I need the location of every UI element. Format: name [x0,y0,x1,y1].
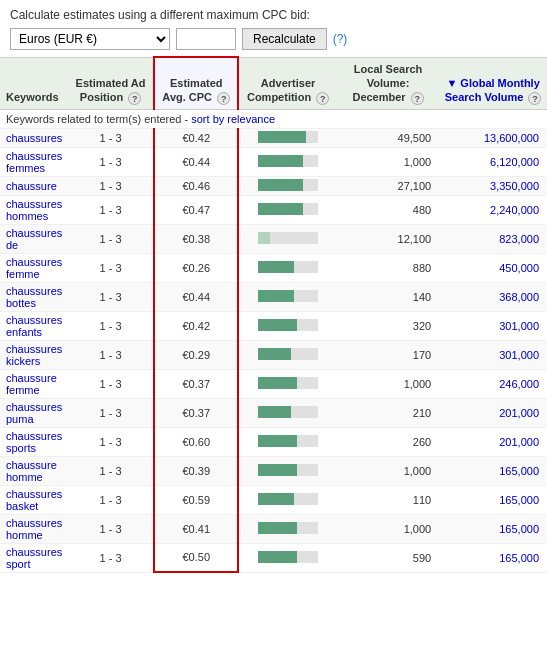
sort-by-relevance-link[interactable]: sort by relevance [191,113,275,125]
cpc-cell: €0.44 [154,147,238,176]
keyword-cell[interactable]: chaussures de [0,224,68,253]
local-search-cell: 12,100 [337,224,439,253]
keywords-table: Keywords Estimated Ad Position ? Estimat… [0,56,547,573]
global-search-cell[interactable]: 301,000 [439,340,547,369]
position-cell: 1 - 3 [68,456,154,485]
competition-bar-fill [258,348,291,360]
local-search-help-icon[interactable]: ? [411,92,424,105]
global-search-cell[interactable]: 165,000 [439,456,547,485]
keyword-cell[interactable]: chaussures hommes [0,195,68,224]
table-row: chaussures basket1 - 3€0.59110165,000 [0,485,547,514]
keyword-cell[interactable]: chaussure homme [0,456,68,485]
global-search-cell[interactable]: 13,600,000 [439,128,547,147]
competition-bar-fill [258,493,294,505]
competition-help-icon[interactable]: ? [316,92,329,105]
competition-cell [238,398,337,427]
keyword-cell[interactable]: chaussures [0,128,68,147]
local-search-cell: 1,000 [337,456,439,485]
competition-bar-fill [258,155,303,167]
keyword-cell[interactable]: chaussures sports [0,427,68,456]
global-search-cell[interactable]: 165,000 [439,514,547,543]
competition-cell [238,253,337,282]
position-cell: 1 - 3 [68,427,154,456]
competition-cell [238,369,337,398]
keyword-cell[interactable]: chaussures femmes [0,147,68,176]
avg-cpc-header: Estimated Avg. CPC ? [154,57,238,109]
competition-bar-fill [258,179,303,191]
table-row: chaussures femme1 - 3€0.26880450,000 [0,253,547,282]
keyword-cell[interactable]: chaussures bottes [0,282,68,311]
competition-bar-fill [258,464,297,476]
currency-select[interactable]: Euros (EUR €)US Dollars (USD $)British P… [10,28,170,50]
subheader-cell: Keywords related to term(s) entered - so… [0,109,547,128]
global-search-cell[interactable]: 6,120,000 [439,147,547,176]
competition-cell [238,340,337,369]
competition-bar-fill [258,232,270,244]
keyword-cell[interactable]: chaussure [0,176,68,195]
table-row: chaussures puma1 - 3€0.37210201,000 [0,398,547,427]
local-search-cell: 170 [337,340,439,369]
local-search-cell: 320 [337,311,439,340]
global-search-cell[interactable]: 2,240,000 [439,195,547,224]
table-row: chaussures homme1 - 3€0.411,000165,000 [0,514,547,543]
local-search-header: Local Search Volume: December ? [337,57,439,109]
cpc-cell: €0.50 [154,543,238,572]
competition-bar-fill [258,290,294,302]
competition-bar-fill [258,203,303,215]
competition-bar-fill [258,551,297,563]
global-search-help-icon[interactable]: ? [528,92,541,105]
position-cell: 1 - 3 [68,369,154,398]
competition-cell [238,128,337,147]
competition-bar-fill [258,319,297,331]
global-search-cell[interactable]: 823,000 [439,224,547,253]
position-cell: 1 - 3 [68,311,154,340]
keyword-cell[interactable]: chaussures puma [0,398,68,427]
global-search-cell[interactable]: 165,000 [439,543,547,572]
competition-bar-container [258,464,318,476]
table-row: chaussures sport1 - 3€0.50590165,000 [0,543,547,572]
ad-position-help-icon[interactable]: ? [128,92,141,105]
global-search-cell[interactable]: 3,350,000 [439,176,547,195]
global-search-cell[interactable]: 201,000 [439,398,547,427]
keyword-cell[interactable]: chaussures sport [0,543,68,572]
cpc-cell: €0.46 [154,176,238,195]
competition-bar-container [258,179,318,191]
cpc-cell: €0.42 [154,128,238,147]
competition-cell [238,224,337,253]
table-row: chaussures de1 - 3€0.3812,100823,000 [0,224,547,253]
keyword-cell[interactable]: chaussures enfants [0,311,68,340]
table-row: chaussure1 - 3€0.4627,1003,350,000 [0,176,547,195]
global-search-cell[interactable]: 368,000 [439,282,547,311]
global-search-cell[interactable]: 301,000 [439,311,547,340]
table-row: chaussures enfants1 - 3€0.42320301,000 [0,311,547,340]
competition-cell [238,514,337,543]
recalculate-button[interactable]: Recalculate [242,28,327,50]
table-row: chaussures kickers1 - 3€0.29170301,000 [0,340,547,369]
global-search-cell[interactable]: 246,000 [439,369,547,398]
keyword-cell[interactable]: chaussures femme [0,253,68,282]
local-search-cell: 140 [337,282,439,311]
competition-cell [238,485,337,514]
local-search-cell: 880 [337,253,439,282]
global-search-cell[interactable]: 450,000 [439,253,547,282]
table-row: chaussure femme1 - 3€0.371,000246,000 [0,369,547,398]
global-search-cell[interactable]: 165,000 [439,485,547,514]
global-search-cell[interactable]: 201,000 [439,427,547,456]
local-search-cell: 49,500 [337,128,439,147]
keyword-cell[interactable]: chaussures homme [0,514,68,543]
competition-bar-fill [258,435,297,447]
bid-input[interactable] [176,28,236,50]
ad-position-header: Estimated Ad Position ? [68,57,154,109]
keyword-cell[interactable]: chaussures basket [0,485,68,514]
position-cell: 1 - 3 [68,340,154,369]
keyword-cell[interactable]: chaussure femme [0,369,68,398]
competition-cell [238,427,337,456]
avg-cpc-help-icon[interactable]: ? [217,92,230,105]
competition-bar-container [258,435,318,447]
table-row: chaussures1 - 3€0.4249,50013,600,000 [0,128,547,147]
cpc-cell: €0.42 [154,311,238,340]
keyword-cell[interactable]: chaussures kickers [0,340,68,369]
competition-bar-container [258,406,318,418]
cpc-cell: €0.26 [154,253,238,282]
help-icon[interactable]: (?) [333,32,348,46]
